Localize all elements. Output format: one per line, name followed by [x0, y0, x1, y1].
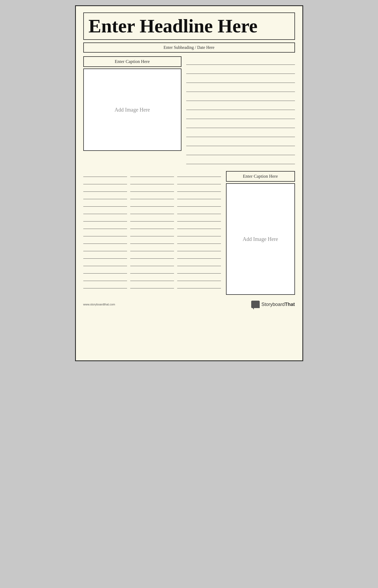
text-line: [186, 93, 295, 101]
col-line: [177, 178, 221, 184]
top-left-column: Enter Caption Here Add Image Here: [83, 56, 181, 166]
col-line: [130, 178, 174, 184]
col-line: [130, 238, 174, 244]
col-line: [177, 171, 221, 177]
col-line: [177, 283, 221, 288]
brand-text: StoryboardThat: [261, 302, 295, 307]
bottom-section: Enter Caption Here Add Image Here: [83, 171, 295, 295]
footer-url: www.storyboardthat.com: [83, 303, 115, 306]
three-col-row: [83, 186, 221, 192]
three-col-row: [83, 283, 221, 288]
text-line: [186, 130, 295, 137]
col-line: [83, 231, 127, 236]
text-line: [186, 57, 295, 65]
top-caption-text: Enter Caption Here: [115, 59, 150, 64]
brand-normal: Storyboard: [261, 302, 285, 307]
brand-area: StoryboardThat: [251, 301, 295, 308]
three-col-lines: [83, 171, 221, 288]
three-col-row: [83, 216, 221, 221]
col-line: [130, 201, 174, 207]
col-line: [130, 253, 174, 259]
col-line: [130, 186, 174, 192]
text-line: [186, 157, 295, 164]
col-line: [177, 223, 221, 229]
bottom-image-placeholder: Add Image Here: [243, 236, 278, 242]
col-line: [177, 260, 221, 266]
bottom-left-column: [83, 171, 221, 295]
col-line: [130, 216, 174, 221]
top-image-box[interactable]: Add Image Here: [83, 69, 181, 151]
col-line: [177, 216, 221, 221]
three-col-row: [83, 231, 221, 236]
col-line: [83, 283, 127, 288]
three-col-row: [83, 268, 221, 274]
col-line: [130, 260, 174, 266]
text-line: [186, 148, 295, 155]
col-line: [130, 245, 174, 251]
headline-text: Enter Headline Here: [89, 16, 290, 37]
subheading-text: Enter Subheading / Date Here: [164, 45, 215, 50]
three-col-row: [83, 171, 221, 177]
three-col-row: [83, 223, 221, 229]
three-col-row: [83, 208, 221, 214]
three-col-row: [83, 238, 221, 244]
bottom-caption-box[interactable]: Enter Caption Here: [226, 171, 295, 182]
col-line: [83, 186, 127, 192]
top-caption-box[interactable]: Enter Caption Here: [83, 56, 181, 67]
text-line: [186, 139, 295, 146]
top-right-column: [186, 56, 295, 166]
newspaper-template: Enter Headline Here Enter Subheading / D…: [75, 5, 303, 361]
col-line: [83, 178, 127, 184]
col-line: [83, 223, 127, 229]
col-line: [130, 171, 174, 177]
three-col-row: [83, 275, 221, 281]
col-line: [83, 245, 127, 251]
col-line: [83, 238, 127, 244]
three-col-row: [83, 201, 221, 207]
col-line: [177, 245, 221, 251]
storyboardthat-icon: [251, 301, 260, 308]
three-col-row: [83, 193, 221, 199]
col-line: [177, 238, 221, 244]
col-line: [83, 253, 127, 259]
text-line: [186, 103, 295, 110]
text-line: [186, 66, 295, 74]
col-line: [177, 193, 221, 199]
col-line: [130, 231, 174, 236]
col-line: [177, 186, 221, 192]
col-line: [130, 275, 174, 281]
text-line: [186, 75, 295, 83]
col-line: [177, 275, 221, 281]
col-line: [177, 201, 221, 207]
col-line: [83, 268, 127, 274]
col-line: [130, 193, 174, 199]
col-line: [83, 275, 127, 281]
col-line: [130, 223, 174, 229]
three-col-row: [83, 245, 221, 251]
col-line: [83, 260, 127, 266]
col-line: [177, 208, 221, 214]
col-line: [83, 208, 127, 214]
text-line: [186, 121, 295, 128]
col-line: [83, 193, 127, 199]
three-col-row: [83, 253, 221, 259]
three-col-row: [83, 260, 221, 266]
text-line: [186, 112, 295, 119]
subheading-box[interactable]: Enter Subheading / Date Here: [83, 42, 295, 53]
col-line: [83, 171, 127, 177]
bottom-image-box[interactable]: Add Image Here: [226, 183, 295, 295]
col-line: [177, 231, 221, 236]
bottom-right-column: Enter Caption Here Add Image Here: [226, 171, 295, 295]
text-line: [186, 84, 295, 92]
brand-bold: That: [285, 302, 295, 307]
headline-box[interactable]: Enter Headline Here: [83, 12, 295, 40]
col-line: [177, 268, 221, 274]
bottom-caption-text: Enter Caption Here: [243, 174, 278, 179]
col-line: [130, 268, 174, 274]
col-line: [130, 208, 174, 214]
footer: www.storyboardthat.com StoryboardThat: [83, 300, 295, 308]
three-col-row: [83, 178, 221, 184]
top-section: Enter Caption Here Add Image Here: [83, 56, 295, 166]
col-line: [177, 253, 221, 259]
top-image-placeholder: Add Image Here: [115, 107, 150, 113]
